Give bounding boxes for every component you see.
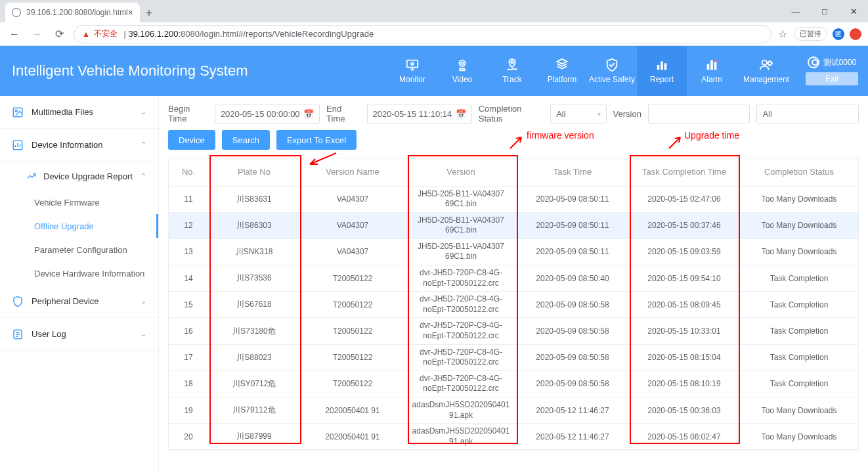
url-host: 39.106.1.200 (129, 29, 179, 39)
nav-active-safety[interactable]: Active Safety (587, 46, 637, 96)
chevron-down-icon: ▾ (597, 110, 601, 118)
browser-tab[interactable]: 39.106.1.200:8080/login.html × (5, 3, 140, 22)
table-row[interactable]: 11川S83631VA04307JH5D-205-B11-VA04307 69C… (169, 186, 858, 212)
table-cell: T20050122 (300, 265, 405, 292)
column-header: Task Completion Time (628, 158, 740, 186)
end-time-input[interactable]: 2020-05-15 11:10:14📅 (367, 104, 472, 123)
table-cell: JH5D-205-B11-VA04307 69C1.bin (405, 238, 517, 265)
sidebar-item-vehicle-firmware[interactable]: Vehicle Firmware (0, 191, 158, 214)
new-tab-button[interactable]: + (140, 4, 158, 22)
sidebar-item-multimedia[interactable]: Multimedia Files ⌄ (0, 96, 158, 129)
svg-point-15 (15, 110, 17, 112)
nav-alarm[interactable]: Alarm (687, 46, 737, 96)
table-cell: T20050122 (300, 292, 405, 318)
table-cell: 川S83631 (208, 186, 300, 212)
extension-icon[interactable] (850, 28, 861, 40)
nav-video[interactable]: Video (437, 46, 487, 96)
star-icon[interactable]: ☆ (778, 28, 787, 40)
nav-platform[interactable]: Platform (537, 46, 587, 96)
svg-point-1 (411, 62, 414, 65)
sidebar-item-device-upgrade[interactable]: Device Upgrade Report ⌃ (0, 162, 158, 191)
table-cell: 2020050401 91 (300, 397, 405, 424)
table-cell: Task Completion (740, 292, 858, 318)
svg-rect-8 (707, 64, 710, 70)
table-cell: adasDsmJH5SD202050401 91.apk (405, 424, 517, 450)
close-window-button[interactable]: ✕ (839, 7, 868, 16)
svg-rect-10 (714, 62, 717, 70)
nav-monitor[interactable]: Monitor (387, 46, 437, 96)
table-cell: 18 (169, 370, 208, 397)
close-tab-icon[interactable]: × (128, 7, 133, 18)
table-cell: 川S67618 (208, 292, 300, 318)
completion-status-select[interactable]: All▾ (550, 104, 606, 123)
forward-button[interactable]: → (29, 26, 45, 42)
sidebar-item-parameter-config[interactable]: Parameter Configuration (0, 238, 158, 261)
search-button[interactable]: Search (222, 130, 270, 150)
version-input[interactable] (648, 104, 750, 123)
uptrend-icon (26, 171, 37, 181)
nav-management[interactable]: Management (737, 46, 796, 96)
table-row[interactable]: 14川S73536T20050122dvr-JH5D-720P-C8-4G-no… (169, 265, 858, 292)
table-cell: Task Completion (740, 344, 858, 370)
table-cell: 17 (169, 344, 208, 370)
maximize-button[interactable]: □ (810, 7, 839, 16)
profile-avatar[interactable]: 匿 (833, 28, 844, 40)
tab-title: 39.106.1.200:8080/login.html (26, 8, 128, 17)
sidebar-item-user-log[interactable]: User Log ⌄ (0, 318, 158, 351)
table-cell: 2020-05-15 09:03:59 (628, 238, 740, 265)
window-controls: — □ ✕ (781, 0, 868, 22)
column-header: Completion Status (740, 158, 858, 186)
table-cell: 13 (169, 238, 208, 265)
shield-icon (12, 296, 24, 307)
svg-point-12 (762, 60, 767, 65)
browser-chrome: 39.106.1.200:8080/login.html × + — □ ✕ ←… (0, 0, 868, 46)
url-path: /login.html#/reports/VehicleRecordingUpg… (200, 29, 374, 39)
exit-button[interactable]: Exit (806, 72, 858, 85)
table-cell: Task Completion (740, 318, 858, 344)
column-header: Task Time (517, 158, 628, 186)
sidebar-item-offline-upgrade[interactable]: Offline Upgrade (0, 214, 158, 238)
table-row[interactable]: 15川S67618T20050122dvr-JH5D-720P-C8-4G-no… (169, 292, 858, 318)
video-icon (454, 58, 470, 72)
table-cell: 15 (169, 292, 208, 318)
monitor-icon (404, 58, 420, 72)
platform-icon (554, 58, 570, 72)
table-cell: 2020-05-09 08:50:58 (517, 318, 628, 344)
svg-rect-7 (664, 63, 667, 70)
table-cell: adasDsmJH5SD202050401 91.apk (405, 397, 517, 424)
sidebar: Multimedia Files ⌄ Device Information ⌃ … (0, 96, 159, 471)
export-excel-button[interactable]: Export To Excel (276, 130, 357, 150)
back-button[interactable]: ← (7, 26, 22, 42)
insecure-label: 不安全 (94, 28, 118, 39)
log-icon (12, 328, 24, 340)
table-cell: 2020-05-09 08:50:40 (517, 265, 628, 292)
begin-time-input[interactable]: 2020-05-15 00:00:00📅 (215, 104, 320, 123)
minimize-button[interactable]: — (781, 7, 810, 16)
table-row[interactable]: 13川SNK318VA04307JH5D-205-B11-VA04307 69C… (169, 238, 858, 265)
table-cell: dvr-JH5D-720P-C8-4G-noEpt-T20050122.crc (405, 318, 517, 344)
device-button[interactable]: Device (168, 130, 215, 150)
svg-rect-9 (710, 60, 713, 70)
table-row[interactable]: 17川S88023T20050122dvr-JH5D-720P-C8-4G-no… (169, 344, 858, 370)
table-row[interactable]: 16川S73180危T20050122dvr-JH5D-720P-C8-4G-n… (169, 318, 858, 344)
table-cell: Too Many Downloads (740, 424, 858, 450)
nav-track[interactable]: Track (487, 46, 537, 96)
table-row[interactable]: 12川S86303VA04307JH5D-205-B11-VA04307 69C… (169, 212, 858, 238)
table-cell: dvr-JH5D-720P-C8-4G-noEpt-T20050122.crc (405, 344, 517, 370)
table-row[interactable]: 20川S879992020050401 91adasDsmJH5SD202050… (169, 424, 858, 450)
sidebar-item-device-hardware[interactable]: Device Hardware Information (0, 261, 158, 285)
reload-button[interactable]: ⟳ (51, 26, 67, 42)
sidebar-item-device-info[interactable]: Device Information ⌃ (0, 129, 158, 162)
content-area: Begin Time 2020-05-15 00:00:00📅 End Time… (159, 96, 868, 471)
table-cell: 20 (169, 424, 208, 450)
url-field[interactable]: ▲ 不安全 | 39.106.1.200:8080/login.html#/re… (74, 25, 771, 43)
chevron-up-icon: ⌃ (141, 141, 146, 149)
table-row[interactable]: 19川S79112危2020050401 91adasDsmJH5SD20205… (169, 397, 858, 424)
table-cell: dvr-JH5D-720P-C8-4G-noEpt-T20050122.crc (405, 265, 517, 292)
table-row[interactable]: 18川SY0712危T20050122dvr-JH5D-720P-C8-4G-n… (169, 370, 858, 397)
version-all-input[interactable]: All (756, 104, 859, 123)
nav-report[interactable]: Report (637, 46, 687, 96)
sidebar-item-peripheral[interactable]: Peripheral Device ⌄ (0, 285, 158, 318)
paused-pill[interactable]: 已暂停 (794, 27, 827, 41)
table-cell: 2020-05-15 06:02:47 (628, 424, 740, 450)
